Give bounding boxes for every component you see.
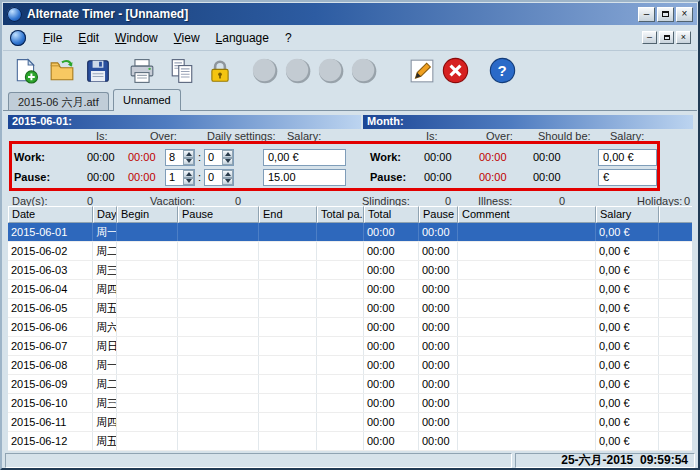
cell-salary: 0,00 € [596,375,659,393]
cell-total: 00:00 [364,413,419,431]
cell-filler [659,280,692,298]
cell-pause_begin [178,318,259,336]
disabled-circle-icon [251,57,278,84]
cell-comment [458,413,596,431]
cell-total_pause [317,223,364,241]
cell-date: 2015-06-08 [8,356,93,374]
table-row[interactable]: 2015-06-04周四00:0000:000,00 € [8,280,692,299]
cell-begin [117,356,178,374]
timesheet-body: 2015-06-01周一00:0000:000,00 €2015-06-02周二… [8,223,692,452]
cell-pause: 00:00 [419,242,458,260]
column-header-end[interactable]: End [259,206,317,223]
cell-pause_begin [178,356,259,374]
minimize-button[interactable]: – [638,7,655,22]
copy-button[interactable] [167,55,197,86]
menu-file[interactable]: File [35,27,70,49]
close-button[interactable]: × [676,7,693,22]
column-header-comment[interactable]: Comment [458,206,596,223]
table-row[interactable]: 2015-06-12周五00:0000:000,00 € [8,432,692,451]
cell-total_pause [317,261,364,279]
column-header-total-pause[interactable]: Total pa... [317,206,364,223]
cell-pause_begin [178,261,259,279]
column-header-total[interactable]: Total [364,206,419,223]
menu-help[interactable]: ? [277,27,300,49]
cell-comment [458,356,596,374]
cell-total_pause [317,299,364,317]
column-header-begin[interactable]: Begin [117,206,178,223]
table-header: Date Day Begin Pause End Total pa... Tot… [8,206,692,223]
cell-end [259,375,317,393]
help-glyph: ? [497,62,506,79]
cell-total: 00:00 [364,299,419,317]
cell-day: 周四 [93,280,117,298]
table-row[interactable]: 2015-06-05周五00:0000:000,00 € [8,299,692,318]
table-row[interactable]: 2015-06-10周三00:0000:000,00 € [8,394,692,413]
cell-total_pause [317,432,364,450]
print-button[interactable] [127,55,157,86]
table-row[interactable]: 2015-06-03周三00:0000:000,00 € [8,261,692,280]
column-header-pause2[interactable]: Pause [419,206,458,223]
cell-begin [117,242,178,260]
tab-month-file[interactable]: 2015-06 六月.atf [8,92,109,111]
cell-end [259,223,317,241]
cell-filler [659,299,692,317]
close-file-button[interactable] [440,55,470,86]
cell-total_pause [317,356,364,374]
cell-pause: 00:00 [419,318,458,336]
cell-date: 2015-06-02 [8,242,93,260]
cell-date: 2015-06-09 [8,375,93,393]
cell-comment [458,223,596,241]
tabbar: 2015-06 六月.atf Unnamed [3,89,697,111]
table-row[interactable]: 2015-06-09周二00:0000:000,00 € [8,375,692,394]
titlebar[interactable]: Alternate Timer - [Unnamed] – × [3,3,697,25]
cell-begin [117,432,178,450]
edit-notes-button[interactable] [407,55,437,86]
cell-filler [659,375,692,393]
menu-window[interactable]: Window [107,27,166,49]
cell-filler [659,432,692,450]
statusbar-datetime: 25-六月-2015 09:59:54 [515,453,695,468]
column-header-pause[interactable]: Pause [178,206,259,223]
cell-pause: 00:00 [419,413,458,431]
cell-pause: 00:00 [419,432,458,450]
printer-icon [129,58,155,84]
column-header-date[interactable]: Date [8,206,93,223]
lock-button[interactable] [205,55,235,86]
cell-pause: 00:00 [419,337,458,355]
cell-total_pause [317,413,364,431]
table-row[interactable]: 2015-06-02周二00:0000:000,00 € [8,242,692,261]
cell-total: 00:00 [364,337,419,355]
menu-edit[interactable]: Edit [70,27,107,49]
tab-unnamed[interactable]: Unnamed [113,89,181,111]
mdi-close-button[interactable]: × [676,31,691,44]
cell-total_pause [317,318,364,336]
cell-pause_begin [178,242,259,260]
table-row[interactable]: 2015-06-08周一00:0000:000,00 € [8,356,692,375]
new-file-button[interactable] [11,55,41,86]
column-header-salary[interactable]: Salary [596,206,659,223]
cell-day: 周日 [93,337,117,355]
restore-icon [664,35,670,40]
mdi-restore-button[interactable] [659,31,674,44]
maximize-button[interactable] [657,7,674,22]
menu-view[interactable]: View [166,27,208,49]
cell-total: 00:00 [364,223,419,241]
table-row[interactable]: 2015-06-07周日00:0000:000,00 € [8,337,692,356]
table-row[interactable]: 2015-06-11周四00:0000:000,00 € [8,413,692,432]
daytype-circle-button-1 [249,55,279,86]
cell-pause_begin [178,432,259,450]
mdi-minimize-button[interactable]: – [642,31,657,44]
help-button[interactable]: ? [487,55,517,86]
column-header-filler [659,206,692,223]
save-file-button[interactable] [83,55,113,86]
open-file-button[interactable] [47,55,77,86]
cell-end [259,318,317,336]
open-folder-icon [49,58,75,84]
cell-date: 2015-06-03 [8,261,93,279]
table-row[interactable]: 2015-06-06周六00:0000:000,00 € [8,318,692,337]
column-header-day[interactable]: Day [93,206,117,223]
table-row[interactable]: 2015-06-01周一00:0000:000,00 € [8,223,692,242]
menu-language[interactable]: Language [208,27,277,49]
cell-end [259,261,317,279]
document-icon[interactable] [10,30,26,46]
